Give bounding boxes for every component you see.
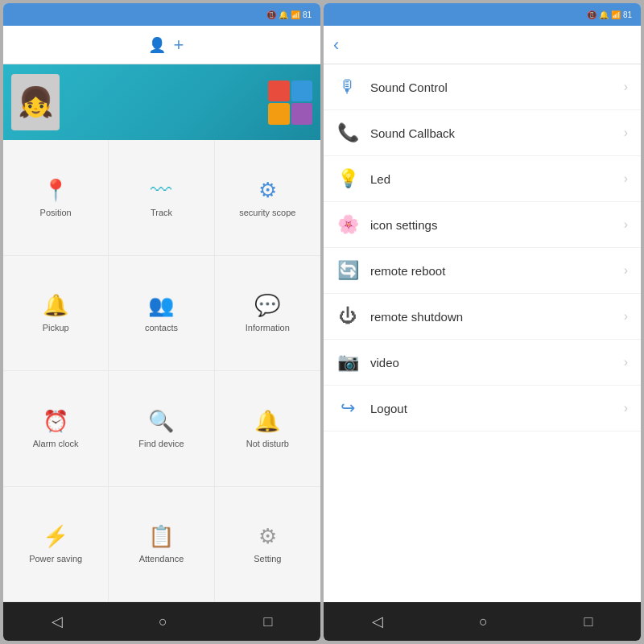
grid-cell-not-disturb[interactable]: 🔔 Not disturb xyxy=(215,371,320,487)
sound-callback-icon: 📞 xyxy=(336,122,359,144)
right-header: ‹ xyxy=(324,26,641,64)
grid-cell-contacts[interactable]: 👥 contacts xyxy=(109,256,214,372)
sound-control-label: Sound Control xyxy=(370,80,613,94)
grid-cell-setting[interactable]: ⚙ Setting xyxy=(215,487,320,603)
left-status-bar: 📵 🔔 📶 81 xyxy=(3,3,320,26)
video-label: video xyxy=(370,356,613,369)
grid-cell-find-device[interactable]: 🔍 Find device xyxy=(109,371,214,487)
grid-cell-attendance[interactable]: 📋 Attendance xyxy=(109,487,214,603)
icon-settings-icon: 🌸 xyxy=(336,213,359,236)
left-header: 👤 + xyxy=(3,26,320,64)
settings-item-sound-callback[interactable]: 📞 Sound Callback › xyxy=(324,110,641,156)
not-disturb-label: Not disturb xyxy=(246,439,289,448)
right-phone: 📵 🔔 📶 81 ‹ 🎙 Sound Control › 📞 Sound Cal… xyxy=(324,3,641,641)
grid-cell-alarm-clock[interactable]: ⏰ Alarm clock xyxy=(3,371,109,487)
find-device-label: Find device xyxy=(138,439,184,448)
settings-item-logout[interactable]: ↪ Logout › xyxy=(324,386,641,431)
logout-icon: ↪ xyxy=(336,397,359,419)
remote-shutdown-label: remote shutdown xyxy=(370,310,613,324)
not-disturb-icon: 🔔 xyxy=(254,409,280,434)
right-recents-nav[interactable]: □ xyxy=(584,613,592,630)
sound-control-icon: 🎙 xyxy=(336,76,359,98)
led-icon: 💡 xyxy=(336,167,359,190)
setting-icon: ⚙ xyxy=(258,524,277,549)
settings-item-remote-shutdown[interactable]: ⏻ remote shutdown › xyxy=(324,294,641,340)
track-icon: 〰 xyxy=(151,178,171,203)
user-icon[interactable]: 👤 xyxy=(148,36,166,54)
right-status-bar: 📵 🔔 📶 81 xyxy=(324,3,641,26)
information-icon: 💬 xyxy=(254,293,280,318)
left-bottom-nav: ◁ ○ □ xyxy=(3,602,320,641)
settings-item-sound-control[interactable]: 🎙 Sound Control › xyxy=(324,64,641,110)
power-saving-icon: ⚡ xyxy=(43,524,68,549)
attendance-icon: 📋 xyxy=(148,524,174,549)
position-icon: 📍 xyxy=(43,178,68,203)
left-back-nav[interactable]: ◁ xyxy=(52,613,63,630)
attendance-label: Attendance xyxy=(139,554,184,564)
sound-control-arrow: › xyxy=(624,80,628,94)
logout-label: Logout xyxy=(370,402,613,415)
settings-item-icon-settings[interactable]: 🌸 icon settings › xyxy=(324,202,641,248)
right-bottom-nav: ◁ ○ □ xyxy=(324,602,641,641)
sound-callback-arrow: › xyxy=(624,126,628,140)
right-home-nav[interactable]: ○ xyxy=(479,613,488,630)
remote-reboot-icon: 🔄 xyxy=(336,259,359,282)
video-icon: 📷 xyxy=(336,351,359,374)
security-scope-icon: ⚙ xyxy=(258,178,277,203)
position-label: Position xyxy=(40,208,72,217)
add-button[interactable]: + xyxy=(174,35,184,56)
banner: 👧 xyxy=(3,64,320,140)
block-blue xyxy=(291,80,313,102)
settings-item-video[interactable]: 📷 video › xyxy=(324,340,641,386)
contacts-label: contacts xyxy=(145,323,178,332)
video-arrow: › xyxy=(624,355,628,369)
left-status-icons: 📵 🔔 📶 81 xyxy=(266,10,314,19)
grid-cell-position[interactable]: 📍 Position xyxy=(3,140,109,256)
led-arrow: › xyxy=(624,171,628,186)
information-label: Information xyxy=(246,323,290,332)
grid-cell-power-saving[interactable]: ⚡ Power saving xyxy=(3,487,109,603)
left-home-nav[interactable]: ○ xyxy=(159,613,167,630)
grid-cell-track[interactable]: 〰 Track xyxy=(109,140,214,256)
logout-arrow: › xyxy=(624,401,628,415)
setting-label: Setting xyxy=(254,554,281,564)
led-label: Led xyxy=(370,172,613,186)
grid-cell-information[interactable]: 💬 Information xyxy=(215,256,320,372)
find-device-icon: 🔍 xyxy=(148,409,174,434)
block-red xyxy=(268,80,290,102)
banner-blocks xyxy=(268,80,312,125)
remote-shutdown-icon: ⏻ xyxy=(336,305,359,328)
settings-list: 🎙 Sound Control › 📞 Sound Callback › 💡 L… xyxy=(324,64,641,602)
left-phone: 📵 🔔 📶 81 👤 + 👧 xyxy=(3,3,320,641)
alarm-clock-icon: ⏰ xyxy=(43,409,68,434)
track-label: Track xyxy=(151,208,172,217)
sound-callback-label: Sound Callback xyxy=(370,126,613,140)
right-status-icons: 📵 🔔 📶 81 xyxy=(587,10,634,19)
back-button[interactable]: ‹ xyxy=(333,35,339,56)
banner-avatar: 👧 xyxy=(11,74,60,130)
icon-settings-label: icon settings xyxy=(370,218,613,232)
block-purple xyxy=(291,103,313,125)
phones-container: 📵 🔔 📶 81 👤 + 👧 xyxy=(0,0,644,644)
power-saving-label: Power saving xyxy=(29,554,82,564)
remote-shutdown-arrow: › xyxy=(624,309,628,324)
remote-reboot-arrow: › xyxy=(624,263,628,278)
left-grid: 📍 Position 〰 Track ⚙ security scope 🔔 Pi… xyxy=(3,140,320,602)
block-orange xyxy=(268,103,290,125)
settings-item-led[interactable]: 💡 Led › xyxy=(324,156,641,202)
pickup-icon: 🔔 xyxy=(43,293,68,318)
remote-reboot-label: remote reboot xyxy=(370,264,613,278)
security-scope-label: security scope xyxy=(239,208,295,217)
alarm-clock-label: Alarm clock xyxy=(33,439,79,448)
right-back-nav[interactable]: ◁ xyxy=(372,613,383,630)
icon-settings-arrow: › xyxy=(624,217,628,232)
left-recents-nav[interactable]: □ xyxy=(263,613,272,630)
settings-item-remote-reboot[interactable]: 🔄 remote reboot › xyxy=(324,248,641,294)
contacts-icon: 👥 xyxy=(148,293,174,318)
grid-cell-security-scope[interactable]: ⚙ security scope xyxy=(215,140,320,256)
pickup-label: Pickup xyxy=(43,323,69,332)
grid-cell-pickup[interactable]: 🔔 Pickup xyxy=(3,256,109,372)
banner-text xyxy=(68,101,260,103)
